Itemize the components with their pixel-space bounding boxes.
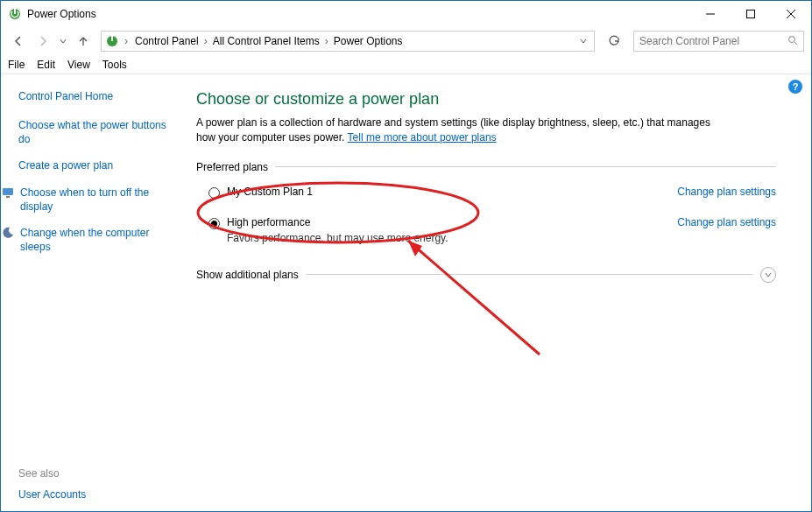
- search-icon: [787, 35, 798, 48]
- up-button[interactable]: [73, 31, 94, 52]
- svg-rect-1: [14, 9, 16, 14]
- divider: [275, 166, 776, 167]
- content-area: ? Control Panel Home Choose what the pow…: [1, 74, 811, 511]
- plan-row: High performance Favors performance, but…: [196, 213, 776, 258]
- task-sleep-link[interactable]: Change when the computer sleeps: [20, 226, 180, 254]
- tell-me-more-link[interactable]: Tell me more about power plans: [348, 131, 497, 144]
- breadcrumb-item[interactable]: All Control Panel Items: [211, 35, 321, 47]
- window-controls: [690, 1, 811, 27]
- plan-name[interactable]: High performance: [227, 216, 660, 228]
- search-box[interactable]: [633, 31, 804, 52]
- breadcrumb: Control Panel › All Control Panel Items …: [133, 35, 573, 47]
- main-panel: Choose or customize a power plan A power…: [189, 74, 811, 511]
- recent-locations-button[interactable]: [57, 38, 69, 45]
- change-plan-settings-link[interactable]: Change plan settings: [677, 216, 776, 228]
- plan-row: My Custom Plan 1 Change plan settings: [196, 182, 776, 213]
- svg-rect-7: [111, 36, 113, 41]
- sidebar: Control Panel Home Choose what the power…: [1, 74, 189, 511]
- chevron-right-icon: ›: [202, 35, 209, 47]
- preferred-plans-label: Preferred plans: [196, 161, 268, 173]
- control-panel-home-link[interactable]: Control Panel Home: [18, 90, 180, 102]
- page-title: Choose or customize a power plan: [196, 90, 776, 109]
- breadcrumb-box[interactable]: › Control Panel › All Control Panel Item…: [101, 31, 595, 52]
- user-accounts-link[interactable]: User Accounts: [18, 488, 86, 501]
- menu-file[interactable]: File: [8, 59, 25, 71]
- close-button[interactable]: [771, 1, 811, 27]
- plan-description: Favors performance, but may use more ene…: [227, 232, 660, 244]
- divider: [306, 274, 753, 275]
- window-title: Power Options: [27, 8, 690, 20]
- back-button[interactable]: [8, 31, 29, 52]
- breadcrumb-item[interactable]: Power Options: [332, 35, 405, 47]
- task-create-plan-link[interactable]: Create a power plan: [18, 158, 180, 172]
- menu-edit[interactable]: Edit: [37, 59, 55, 71]
- display-icon: [1, 186, 15, 200]
- chevron-down-icon[interactable]: [760, 267, 776, 283]
- sidebar-footer: See also User Accounts: [18, 467, 86, 501]
- show-additional-plans-label[interactable]: Show additional plans: [196, 269, 299, 281]
- maximize-button[interactable]: [731, 1, 771, 27]
- preferred-plans-header: Preferred plans: [196, 161, 776, 173]
- plan-radio[interactable]: [208, 218, 220, 229]
- svg-rect-3: [747, 11, 755, 18]
- search-input[interactable]: [639, 35, 787, 47]
- plan-radio[interactable]: [208, 187, 220, 199]
- task-display-off-link[interactable]: Choose when to turn off the display: [20, 186, 180, 214]
- show-additional-plans-row[interactable]: Show additional plans: [196, 267, 776, 283]
- refresh-button[interactable]: [604, 31, 625, 52]
- menu-bar: File Edit View Tools: [1, 55, 811, 74]
- chevron-right-icon: ›: [323, 35, 330, 47]
- page-description: A power plan is a collection of hardware…: [196, 116, 722, 145]
- see-also-label: See also: [18, 467, 86, 480]
- breadcrumb-item[interactable]: Control Panel: [133, 35, 201, 47]
- address-bar: › Control Panel › All Control Panel Item…: [1, 27, 811, 55]
- sleep-icon: [1, 226, 15, 240]
- change-plan-settings-link[interactable]: Change plan settings: [677, 186, 776, 198]
- svg-rect-10: [3, 188, 13, 195]
- svg-rect-11: [6, 196, 10, 198]
- power-options-icon: [105, 34, 119, 48]
- plan-name[interactable]: My Custom Plan 1: [227, 186, 660, 198]
- menu-tools[interactable]: Tools: [102, 59, 127, 71]
- forward-button[interactable]: [32, 31, 53, 52]
- svg-point-8: [789, 36, 795, 42]
- chevron-right-icon[interactable]: ›: [123, 35, 130, 47]
- task-power-buttons-link[interactable]: Choose what the power buttons do: [18, 118, 180, 146]
- minimize-button[interactable]: [690, 1, 731, 27]
- svg-line-9: [794, 42, 797, 45]
- menu-view[interactable]: View: [67, 59, 90, 71]
- power-options-icon: [8, 7, 22, 21]
- address-dropdown-button[interactable]: [576, 38, 590, 45]
- title-bar: Power Options: [1, 1, 811, 27]
